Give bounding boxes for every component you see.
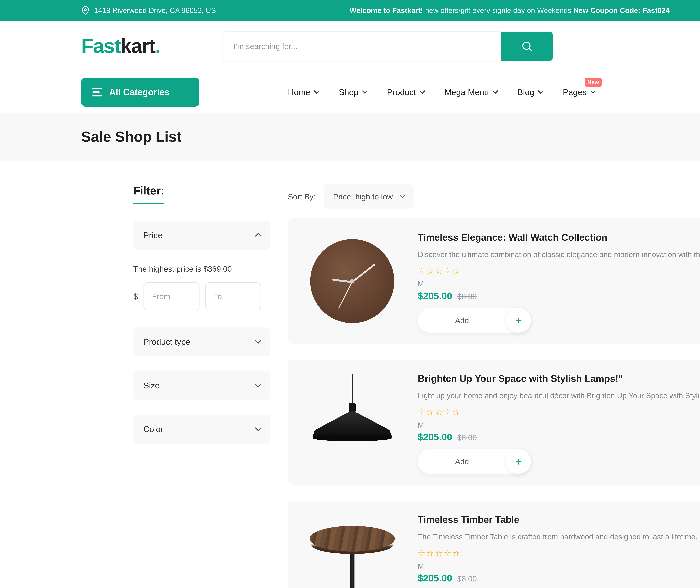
product-card: Timeless Timber Table The Timeless Timbe…	[288, 501, 700, 588]
chevron-down-icon	[400, 193, 405, 198]
nav-item-pages[interactable]: Pages New	[563, 87, 595, 97]
search-icon	[521, 40, 533, 52]
chevron-down-icon	[255, 425, 261, 431]
star-icon: ☆	[426, 266, 435, 276]
sort-value: Price, high to low	[333, 192, 393, 201]
star-icon: ☆	[452, 548, 461, 558]
search-bar	[223, 31, 553, 61]
star-icon: ☆	[435, 407, 444, 417]
price-to-input[interactable]	[205, 282, 261, 310]
product-size: M	[418, 280, 700, 288]
rating-stars: ☆☆☆☆☆	[418, 407, 700, 417]
product-old-price: $8.00	[457, 433, 477, 442]
nav-item-product[interactable]: Product	[387, 87, 424, 97]
product-image-timber-table[interactable]	[299, 512, 405, 588]
product-price: $205.00	[418, 431, 452, 442]
highest-price-note: The highest price is $369.00	[133, 264, 270, 273]
logo-text-secondary: kart	[120, 35, 155, 57]
star-icon: ☆	[418, 266, 426, 276]
star-icon: ☆	[435, 266, 444, 276]
chevron-down-icon	[255, 337, 261, 344]
top-bar: 1418 Riverwood Drive, CA 96052, US Welco…	[0, 0, 700, 21]
chevron-up-icon	[255, 233, 261, 239]
search-button[interactable]	[501, 32, 553, 61]
currency-symbol: $	[133, 292, 138, 301]
sort-by-label: Sort By:	[288, 192, 316, 201]
star-icon: ☆	[426, 548, 435, 558]
main-navigation: All Categories Home Shop Product Mega Me…	[81, 72, 700, 113]
accordion-price[interactable]: Price	[133, 221, 270, 250]
nav-item-home[interactable]: Home	[288, 87, 319, 97]
chevron-down-icon	[362, 88, 368, 94]
star-icon: ☆	[452, 407, 461, 417]
coupon-text: New Coupon Code: Fast024	[573, 6, 670, 14]
accordion-color[interactable]: Color	[133, 415, 270, 444]
welcome-text: Welcome to Fastkart!	[350, 6, 423, 14]
accordion-size[interactable]: Size	[133, 371, 270, 400]
chevron-down-icon	[493, 88, 498, 94]
breadcrumb-band: Sale Shop List Sale Shop List	[0, 113, 700, 161]
chevron-down-icon	[590, 88, 596, 94]
offers-text: new offers/gift every signle day on Week…	[425, 6, 571, 14]
product-title[interactable]: Timeless Timber Table	[418, 514, 700, 525]
plus-icon: +	[506, 449, 531, 474]
chevron-down-icon	[420, 88, 425, 94]
add-to-cart-button[interactable]: Add +	[418, 308, 531, 333]
product-old-price: $8.00	[457, 292, 477, 301]
logo-text-primary: Fast	[81, 35, 120, 57]
chevron-down-icon	[538, 88, 543, 94]
list-toolbar: Sort By: Price, high to low	[288, 184, 700, 209]
product-title[interactable]: Timeless Elegance: Wall Watch Collection	[418, 232, 700, 243]
main-header: Fastkart. 24/7 Delivery +91 888 104 2340	[81, 21, 700, 72]
product-list-area: Sort By: Price, high to low	[288, 184, 700, 588]
nav-item-mega-menu[interactable]: Mega Menu	[445, 87, 497, 97]
nav-item-shop[interactable]: Shop	[339, 87, 367, 97]
star-icon: ☆	[426, 407, 435, 417]
all-categories-button[interactable]: All Categories	[81, 78, 199, 107]
search-input[interactable]	[223, 32, 501, 61]
product-card: Brighten Up Your Space with Stylish Lamp…	[288, 360, 700, 485]
star-icon: ☆	[444, 548, 452, 558]
store-address: 1418 Riverwood Drive, CA 96052, US	[81, 6, 350, 15]
hamburger-icon	[92, 88, 102, 96]
new-badge: New	[585, 78, 602, 87]
product-old-price: $8.00	[457, 574, 477, 583]
plus-icon: +	[506, 308, 531, 333]
price-range: $	[133, 282, 270, 310]
accordion-product-type[interactable]: Product type	[133, 327, 270, 356]
product-image-wall-clock[interactable]	[299, 230, 405, 333]
logo[interactable]: Fastkart.	[81, 35, 160, 58]
rating-stars: ☆☆☆☆☆	[418, 266, 700, 276]
product-size: M	[418, 421, 700, 429]
product-image-pendant-lamp[interactable]	[299, 371, 405, 474]
star-icon: ☆	[452, 266, 461, 276]
all-categories-label: All Categories	[109, 87, 169, 97]
filter-title: Filter:	[133, 184, 164, 204]
filter-sidebar: Filter: Price The highest price is $369.…	[133, 184, 270, 588]
star-icon: ☆	[444, 407, 452, 417]
product-card: Timeless Elegance: Wall Watch Collection…	[288, 218, 700, 344]
star-icon: ☆	[418, 548, 426, 558]
nav-links: Home Shop Product Mega Menu Blog Pages N…	[288, 87, 595, 97]
page-title: Sale Shop List	[81, 128, 182, 145]
chevron-down-icon	[255, 381, 261, 387]
chevron-down-icon	[314, 88, 319, 94]
location-pin-icon	[81, 6, 90, 15]
sort-select[interactable]: Price, high to low	[324, 184, 413, 209]
logo-dot: .	[155, 35, 160, 57]
nav-item-blog[interactable]: Blog	[517, 87, 543, 97]
product-price: $205.00	[418, 290, 452, 301]
product-description: The Timeless Timber Table is crafted fro…	[418, 531, 700, 544]
product-price: $205.00	[418, 573, 452, 584]
star-icon: ☆	[444, 266, 452, 276]
price-from-input[interactable]	[143, 282, 199, 310]
address-text: 1418 Riverwood Drive, CA 96052, US	[94, 6, 216, 15]
add-to-cart-button[interactable]: Add +	[418, 449, 531, 474]
star-icon: ☆	[435, 548, 444, 558]
add-label: Add	[418, 316, 506, 325]
rating-stars: ☆☆☆☆☆	[418, 548, 700, 558]
product-description: Discover the ultimate combination of cla…	[418, 248, 700, 262]
product-description: Light up your home and enjoy beautiful d…	[418, 389, 700, 403]
star-icon: ☆	[418, 407, 426, 417]
product-title[interactable]: Brighten Up Your Space with Stylish Lamp…	[418, 373, 700, 384]
